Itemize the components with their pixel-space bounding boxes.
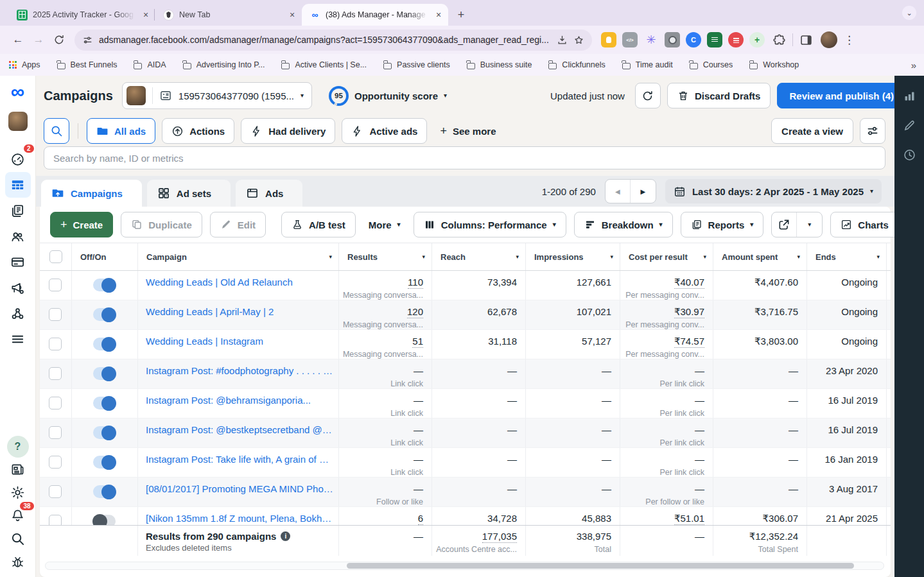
address-bar[interactable]: adsmanager.facebook.com/adsmanager/manag… (74, 30, 592, 51)
browser-profile-avatar[interactable] (821, 31, 837, 48)
create-button[interactable]: +Create (50, 212, 113, 237)
bookmarks-overflow-icon[interactable]: » (911, 60, 915, 71)
row-checkbox[interactable] (49, 426, 62, 439)
save-page-icon[interactable] (557, 35, 568, 46)
account-avatar[interactable] (8, 112, 28, 131)
campaign-link[interactable]: [08/01/2017] Promoting MEGA MIND PhotoG.… (146, 483, 333, 494)
create-view-button[interactable]: Create a view (771, 118, 853, 144)
bookmark-item[interactable]: Active Clients | Se... (281, 60, 367, 69)
filter-chip[interactable]: Had delivery (241, 118, 335, 144)
campaign-link[interactable]: Instagram Post: @behramsiganporia... (146, 395, 311, 406)
opportunity-score[interactable]: 95 Opportunity score ▾ (329, 86, 447, 106)
new-tab-button[interactable]: + (452, 6, 470, 24)
tab-close-icon[interactable]: × (433, 9, 444, 21)
bookmark-star-icon[interactable] (573, 35, 584, 46)
notifications-bell-icon[interactable]: 38 (5, 504, 31, 527)
column-header[interactable]: Off/On (71, 243, 137, 270)
bookmark-item[interactable]: Apps (9, 60, 40, 69)
row-checkbox[interactable] (49, 515, 62, 525)
view-settings-icon[interactable] (860, 118, 885, 144)
site-info-icon[interactable] (82, 35, 93, 46)
date-range-selector[interactable]: Last 30 days: 2 Apr 2025 - 1 May 2025 ▾ (665, 179, 882, 203)
campaign-link[interactable]: [Nikon 135mm 1.8f Z mount, Plena, Bokhe … (146, 513, 333, 524)
more-button[interactable]: More▾ (363, 212, 406, 237)
campaign-link[interactable]: Instagram Post: Take life with, A grain … (146, 454, 333, 465)
edit-panel-icon[interactable] (900, 116, 919, 135)
export-options-button[interactable]: ▾ (797, 212, 822, 237)
column-header[interactable]: Amount spent ▾ (713, 243, 806, 270)
search-filter-button[interactable] (44, 118, 69, 144)
search-nav-icon[interactable] (5, 527, 31, 550)
filter-chip[interactable]: Active ads (342, 118, 427, 144)
events-manager-nav-icon[interactable] (5, 300, 31, 326)
campaign-link[interactable]: Wedding Leads | Old Ad Relaunch (146, 277, 293, 288)
breakdown-button[interactable]: Breakdown▾ (574, 212, 673, 237)
row-checkbox[interactable] (49, 279, 62, 291)
report-bug-icon[interactable] (5, 550, 31, 573)
all-tools-menu-icon[interactable] (5, 326, 31, 352)
search-input[interactable] (44, 146, 885, 169)
campaign-toggle[interactable] (93, 426, 116, 439)
refresh-button[interactable] (635, 83, 661, 108)
export-button[interactable] (772, 212, 797, 237)
back-button[interactable]: ← (8, 30, 28, 50)
extensions-puzzle-icon[interactable] (772, 33, 786, 47)
row-checkbox[interactable] (49, 485, 62, 498)
campaign-toggle[interactable] (93, 397, 116, 409)
side-panel-icon[interactable] (799, 33, 813, 47)
column-header[interactable]: Cost per result ▾ (620, 243, 713, 270)
row-checkbox[interactable] (49, 397, 62, 409)
performance-charts-icon[interactable] (900, 86, 919, 105)
bulk-send-extension-icon[interactable] (707, 32, 722, 47)
code-extension-icon[interactable] (622, 32, 638, 47)
next-page-button[interactable]: ▶ (631, 180, 656, 203)
history-clock-icon[interactable] (900, 145, 919, 164)
column-header[interactable]: Ends ▾ (806, 243, 886, 270)
filter-chip[interactable]: Actions (162, 118, 234, 144)
filter-chip[interactable]: All ads (87, 118, 155, 144)
camera-extension-icon[interactable] (665, 32, 680, 47)
news-icon[interactable] (5, 458, 31, 481)
reports-button[interactable]: Reports▾ (681, 212, 764, 237)
campaign-toggle[interactable] (93, 308, 116, 321)
plus-extension-icon[interactable] (749, 32, 765, 47)
campaign-toggle[interactable] (93, 485, 116, 498)
review-publish-button[interactable]: Review and publish (4) (777, 83, 894, 108)
campaign-toggle[interactable] (93, 279, 116, 291)
select-all-checkbox[interactable] (49, 250, 62, 263)
tab-close-icon[interactable]: × (286, 9, 298, 21)
account-overview-icon[interactable]: 2 (5, 146, 31, 172)
ads-settings-nav-icon[interactable] (5, 275, 31, 300)
campaign-toggle[interactable] (93, 515, 116, 525)
level-tab[interactable]: Ad sets (147, 180, 231, 207)
campaign-link[interactable]: Instagram Post: @bestkeptsecretband @abh… (146, 424, 333, 435)
ab-test-button[interactable]: A/B test (281, 212, 356, 237)
browser-tab[interactable]: 2025 Activity Tracker - Goog × (9, 4, 155, 26)
bookmark-item[interactable]: Best Funnels (57, 60, 118, 69)
browser-tab[interactable]: New Tab × (155, 4, 302, 26)
level-tab[interactable]: Ads (236, 180, 302, 207)
charts-button[interactable]: Charts (830, 212, 894, 237)
bookmark-item[interactable]: Advertising Into P... (183, 60, 265, 69)
bookmark-item[interactable]: Business suite (467, 60, 532, 69)
bookmark-item[interactable]: Workshop (749, 60, 799, 69)
tab-close-icon[interactable]: × (140, 9, 152, 21)
edit-button[interactable]: Edit (210, 212, 266, 237)
horizontal-scrollbar-thumb[interactable] (347, 563, 854, 569)
column-header[interactable]: Impressions ▾ (525, 243, 620, 270)
snowflake-extension-icon[interactable] (643, 32, 659, 47)
help-icon[interactable]: ? (7, 436, 29, 458)
campaigns-nav-icon[interactable] (5, 172, 31, 198)
campaign-toggle[interactable] (93, 338, 116, 350)
campaign-toggle[interactable] (93, 367, 116, 380)
red-app-extension-icon[interactable] (728, 32, 744, 47)
columns-button[interactable]: Columns: Performance▾ (414, 212, 566, 237)
audiences-nav-icon[interactable] (5, 223, 31, 249)
browser-tab[interactable]: (38) Ads Manager - Manage a × (302, 4, 448, 26)
ad-account-selector[interactable]: 159573064377090 (1595... ▾ (122, 82, 312, 109)
campaign-link[interactable]: Instagram Post: #foodphotography . . . .… (146, 365, 333, 376)
browser-menu-icon[interactable]: ⋮ (844, 33, 855, 47)
bookmark-item[interactable]: Courses (690, 60, 733, 69)
column-header[interactable]: Campaign ▾ (137, 243, 338, 270)
row-checkbox[interactable] (49, 308, 62, 321)
